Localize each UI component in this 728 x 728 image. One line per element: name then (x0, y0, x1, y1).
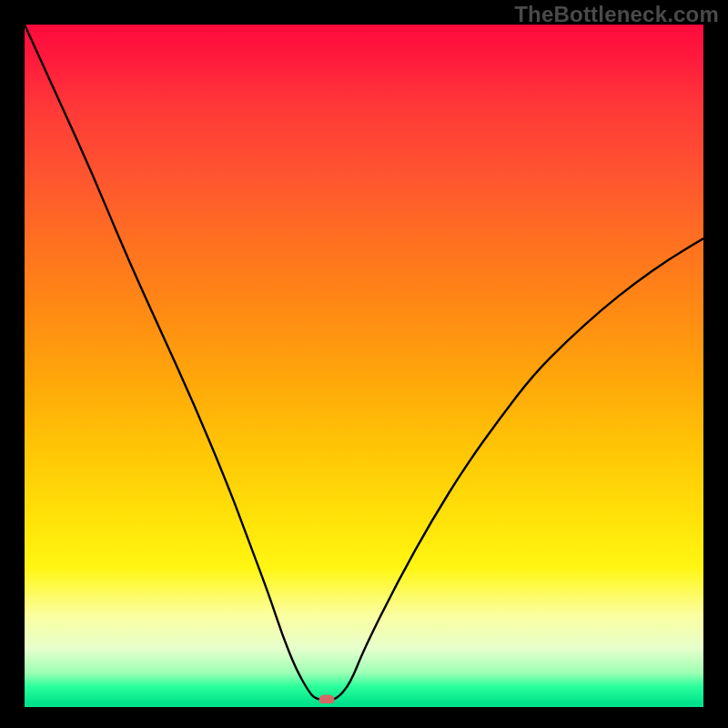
bottleneck-curve-svg (25, 25, 703, 703)
chart-frame: TheBottleneck.com (0, 0, 728, 728)
watermark-text: TheBottleneck.com (514, 2, 719, 27)
optimum-marker (318, 694, 334, 703)
bottom-green-strip (25, 703, 703, 707)
plot-area (25, 25, 703, 703)
bottleneck-curve (25, 25, 703, 700)
